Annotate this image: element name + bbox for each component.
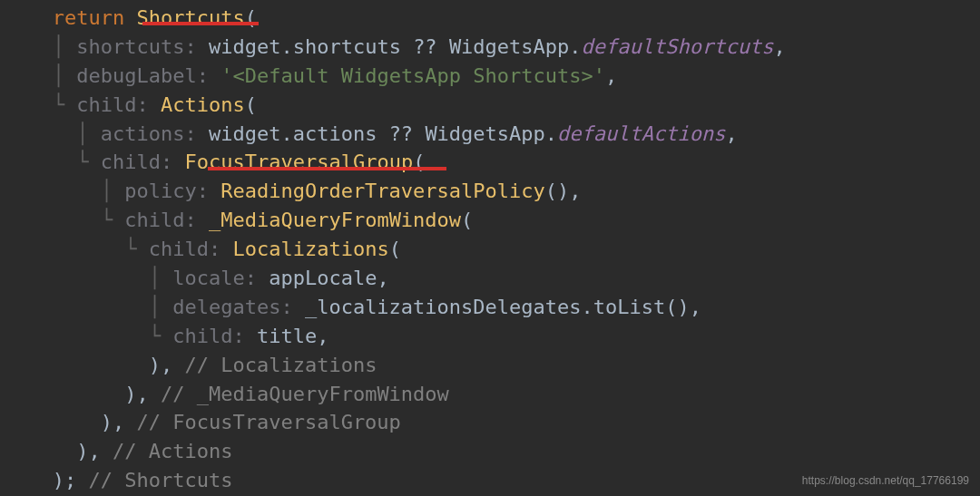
line-5: │ actions: widget.actions ?? WidgetsApp.… [16,122,738,145]
line-17: ); // Shortcuts [16,469,232,491]
line-3: │ debugLabel: '<Default WidgetsApp Short… [16,64,617,87]
line-9: └ child: Localizations( [16,238,401,260]
underline-shortcuts [142,22,259,25]
line-13: ), // Localizations [16,354,377,376]
line-4: └ child: Actions( [16,93,257,116]
line-15: ), // FocusTraversalGroup [16,411,401,433]
line-7: │ policy: ReadingOrderTraversalPolicy(), [16,180,582,202]
class-shortcuts: Shortcuts [136,6,244,29]
code-block: return Shortcuts( │ shortcuts: widget.sh… [16,4,980,496]
line-11: │ delegates: _localizationsDelegates.toL… [16,296,701,318]
line-16: ), // Actions [16,440,232,462]
line-8: └ child: _MediaQueryFromWindow( [16,209,473,231]
line-10: │ locale: appLocale, [16,267,389,289]
underline-focustraversalgroup [208,167,446,170]
line-2: │ shortcuts: widget.shortcuts ?? Widgets… [16,35,786,58]
watermark-text: https://blog.csdn.net/qq_17766199 [802,473,969,489]
line-14: ), // _MediaQueryFromWindow [16,383,449,405]
line-1: return Shortcuts( [16,6,257,29]
line-12: └ child: title, [16,325,328,347]
keyword-return: return [53,6,124,29]
